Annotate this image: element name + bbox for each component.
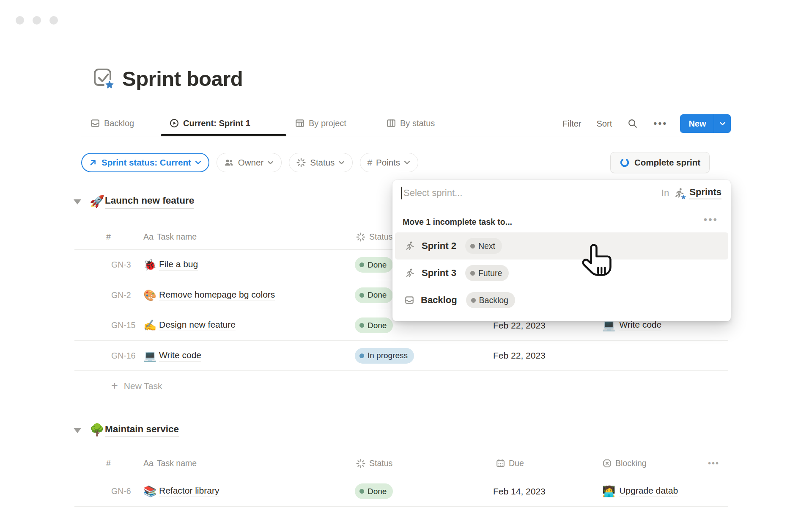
collapse-triangle-icon[interactable] — [74, 199, 81, 204]
more-options-icon[interactable]: ••• — [653, 118, 667, 130]
column-name-header[interactable]: Task name — [157, 232, 197, 242]
task-id: GN-6 — [111, 476, 131, 506]
table-icon — [295, 118, 305, 128]
task-emoji: ✍️ — [143, 310, 156, 340]
column-more-icon[interactable]: ••• — [708, 458, 719, 468]
new-task-row[interactable]: +New Task — [74, 371, 728, 401]
task-name-link[interactable]: File a bug — [159, 250, 198, 280]
star-icon: ★ — [680, 193, 686, 201]
column-status-header[interactable]: Status — [369, 458, 392, 468]
complete-sprint-button[interactable]: Complete sprint — [610, 152, 710, 173]
group-name[interactable]: Launch new feature — [105, 195, 194, 209]
tab-label: By status — [400, 119, 435, 128]
task-status-pill[interactable]: Done — [355, 250, 393, 280]
sprint-option-sprint-2[interactable]: Sprint 2Next — [395, 232, 728, 260]
window-dot[interactable] — [49, 16, 58, 25]
tab-label: Current: Sprint 1 — [183, 119, 250, 128]
sprint-status-badge: Backlog — [466, 292, 515, 308]
move-task-section-label: Move 1 incomplete task to... — [403, 217, 512, 227]
chevron-down-icon — [404, 160, 410, 165]
new-dropdown-chevron-icon[interactable] — [714, 121, 731, 126]
tab-label: Backlog — [104, 119, 134, 128]
task-name-link[interactable]: Design new feature — [159, 310, 236, 340]
new-button-label[interactable]: New — [680, 119, 713, 129]
chevron-down-icon — [338, 160, 345, 165]
sprint-option-name: Sprint 2 — [422, 240, 456, 251]
sprints-database-icon: ★ — [673, 187, 685, 199]
collapse-triangle-icon[interactable] — [74, 428, 81, 433]
task-name-link[interactable]: Remove homepage bg colors — [159, 280, 275, 310]
task-status-pill[interactable]: Done — [355, 310, 393, 340]
task-id: GN-3 — [111, 250, 131, 280]
task-row-gn-16[interactable]: GN-16💻Write codeIn progressFeb 22, 2023 — [74, 341, 728, 371]
select-sprint-placeholder: Select sprint... — [403, 188, 462, 199]
group-emoji: 🚀 — [90, 194, 104, 208]
sprint-cycle-icon — [620, 157, 630, 168]
sprint-option-backlog[interactable]: BacklogBacklog — [395, 287, 728, 314]
badge-label: Backlog — [479, 295, 508, 305]
filter-chip-status[interactable]: Status — [289, 153, 353, 172]
blocking-icon — [602, 458, 612, 468]
filter-chip-owner[interactable]: Owner — [217, 153, 282, 172]
search-icon[interactable] — [627, 118, 638, 129]
sprint-option-name: Sprint 3 — [422, 268, 456, 279]
task-due-date[interactable]: Feb 14, 2023 — [493, 476, 546, 506]
task-group-maintain-service: 🌳 Maintain service #AaTask nameStatusDue… — [74, 421, 735, 443]
filter-chip-points[interactable]: #Points — [360, 153, 418, 172]
chip-label: Status — [310, 157, 335, 168]
filter-button[interactable]: Filter — [562, 119, 581, 129]
group-emoji: 🌳 — [90, 423, 104, 437]
task-name-link[interactable]: Write code — [159, 341, 201, 371]
task-id: GN-15 — [111, 310, 135, 340]
section-more-icon[interactable]: ••• — [704, 214, 718, 226]
group-name[interactable]: Maintain service — [105, 424, 179, 437]
filter-chip-sprint-status-current[interactable]: Sprint status: Current — [81, 153, 209, 172]
complete-sprint-label: Complete sprint — [634, 157, 700, 168]
task-due-date[interactable]: Feb 22, 2023 — [493, 341, 546, 371]
chevron-down-icon — [195, 160, 201, 165]
move-sprint-dropdown: Select sprint... In ★ Sprints Move 1 in — [392, 180, 731, 321]
tab-backlog[interactable]: Backlog — [90, 111, 134, 135]
column-id-header[interactable]: # — [106, 458, 111, 468]
status-dot-icon — [359, 293, 364, 298]
task-status-pill[interactable]: Done — [355, 476, 393, 506]
select-sprint-input[interactable]: Select sprint... In ★ Sprints — [392, 180, 731, 206]
task-id: GN-16 — [111, 341, 135, 371]
sprint-runner-icon — [404, 240, 415, 251]
tab-by-project[interactable]: By project — [295, 111, 346, 135]
status-dot-icon — [359, 323, 364, 328]
task-blocking-link[interactable]: 🧑‍💻Upgrade datab — [602, 476, 678, 506]
task-id: GN-2 — [111, 280, 131, 310]
chip-label: Points — [376, 157, 400, 168]
badge-label: Future — [478, 268, 502, 278]
sprint-board-page: Sprint board BacklogCurrent: Sprint 1By … — [0, 0, 812, 508]
sprints-database-link[interactable]: Sprints — [689, 187, 721, 199]
column-id-header[interactable]: # — [106, 232, 111, 242]
view-tabs-bar: BacklogCurrent: Sprint 1By projectBy sta… — [81, 111, 731, 136]
task-status-pill[interactable]: Done — [355, 280, 393, 310]
column-status-header[interactable]: Status — [369, 232, 392, 242]
tab-current-sprint-1[interactable]: Current: Sprint 1 — [169, 111, 250, 135]
sprint-option-sprint-3[interactable]: Sprint 3Future — [395, 260, 728, 287]
tab-by-status[interactable]: By status — [386, 111, 435, 135]
people-icon — [224, 157, 234, 168]
new-button[interactable]: New — [680, 114, 731, 133]
task-status-pill[interactable]: In progress — [355, 341, 414, 371]
pointer-hand-cursor — [580, 242, 614, 282]
sort-button[interactable]: Sort — [597, 119, 612, 129]
task-row-gn-6[interactable]: GN-6📚Refactor libraryDoneFeb 14, 2023🧑‍💻… — [74, 476, 728, 507]
columns-icon — [386, 118, 396, 128]
active-tab-underline — [161, 134, 286, 136]
spinner-icon — [296, 157, 306, 168]
column-blocking-header[interactable]: Blocking — [615, 458, 647, 468]
column-due-header[interactable]: Due — [509, 458, 524, 468]
column-name-header[interactable]: Task name — [157, 458, 197, 468]
tab-label: By project — [309, 119, 346, 128]
text-type-icon: Aa — [143, 232, 154, 242]
checkbox-star-icon — [93, 67, 115, 90]
window-dot[interactable] — [16, 16, 24, 25]
status-dot-icon — [359, 262, 364, 267]
task-name-link[interactable]: Refactor library — [159, 476, 219, 506]
new-task-label: New Task — [124, 381, 162, 391]
window-dot[interactable] — [33, 16, 41, 25]
